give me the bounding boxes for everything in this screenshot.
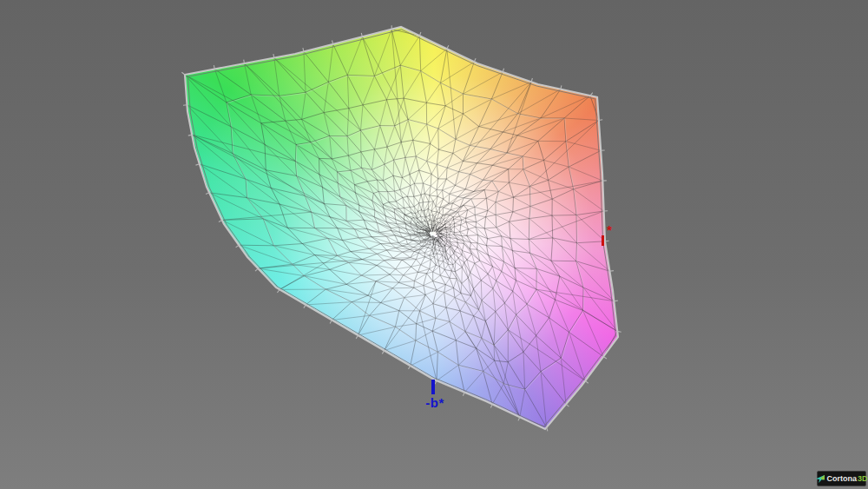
viewer-canvas[interactable]: -b* * Cortona 3D bbox=[0, 0, 868, 489]
badge-brand-suffix: 3D bbox=[858, 475, 868, 483]
b-axis-tick bbox=[431, 380, 435, 394]
b-axis-label: -b* bbox=[419, 395, 450, 410]
gamut-wireframe-mesh bbox=[0, 0, 868, 489]
cortona3d-badge[interactable]: Cortona 3D bbox=[817, 471, 866, 486]
a-axis-label: * bbox=[607, 222, 612, 237]
a-axis-tick bbox=[602, 235, 604, 246]
badge-brand-text: Cortona bbox=[827, 475, 858, 483]
cortona-logo-icon bbox=[816, 474, 825, 484]
